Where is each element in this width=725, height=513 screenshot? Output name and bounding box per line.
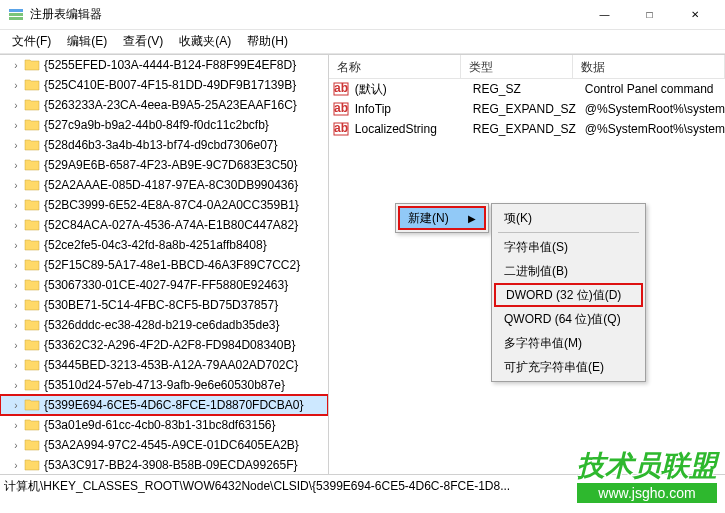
expand-icon[interactable]: › (10, 240, 22, 251)
titlebar: 注册表编辑器 — □ ✕ (0, 0, 725, 30)
context-item[interactable]: 二进制值(B) (494, 259, 643, 283)
context-item[interactable]: 多字符串值(M) (494, 331, 643, 355)
tree-item-label: {52ce2fe5-04c3-42fd-8a8b-4251affb8408} (42, 238, 267, 252)
folder-icon (24, 197, 40, 213)
tree-item[interactable]: ›{52F15C89-5A17-48e1-BBCD-46A3F89C7CC2} (0, 255, 328, 275)
tree-item[interactable]: ›{53067330-01CE-4027-947F-FF5880E92463} (0, 275, 328, 295)
tree-item[interactable]: ›{53A2A994-97C2-4545-A9CE-01DC6405EA2B} (0, 435, 328, 455)
cell-name: LocalizedString (353, 122, 473, 136)
cell-data: @%SystemRoot%\system (585, 102, 725, 116)
statusbar: 计算机\HKEY_CLASSES_ROOT\WOW6432Node\CLSID\… (0, 474, 725, 498)
expand-icon[interactable]: › (10, 220, 22, 231)
maximize-button[interactable]: □ (627, 0, 672, 30)
expand-icon[interactable]: › (10, 260, 22, 271)
tree-pane[interactable]: ›{5255EFED-103A-4444-B124-F88F99E4EF8D}›… (0, 55, 329, 474)
menu-favorites[interactable]: 收藏夹(A) (171, 31, 239, 52)
string-value-icon: ab (333, 101, 349, 117)
expand-icon[interactable]: › (10, 340, 22, 351)
list-row[interactable]: ab(默认)REG_SZControl Panel command (329, 79, 725, 99)
context-item[interactable]: DWORD (32 位)值(D) (494, 283, 643, 307)
context-item[interactable]: 可扩充字符串值(E) (494, 355, 643, 379)
list-rows: ab(默认)REG_SZControl Panel commandabInfoT… (329, 79, 725, 139)
cell-type: REG_SZ (473, 82, 585, 96)
folder-icon (24, 277, 40, 293)
tree-item[interactable]: ›{528d46b3-3a4b-4b13-bf74-d9cbd7306e07} (0, 135, 328, 155)
cell-name: (默认) (353, 81, 473, 98)
expand-icon[interactable]: › (10, 300, 22, 311)
tree-item-label: {529A9E6B-6587-4F23-AB9E-9C7D683E3C50} (42, 158, 298, 172)
tree-item[interactable]: ›{529A9E6B-6587-4F23-AB9E-9C7D683E3C50} (0, 155, 328, 175)
string-value-icon: ab (333, 121, 349, 137)
cell-data: Control Panel command (585, 82, 725, 96)
tree-item-label: {52C84ACA-027A-4536-A74A-E1B80C447A82} (42, 218, 298, 232)
svg-rect-0 (9, 9, 23, 12)
expand-icon[interactable]: › (10, 60, 22, 71)
col-data[interactable]: 数据 (573, 55, 725, 78)
list-row[interactable]: abLocalizedStringREG_EXPAND_SZ@%SystemRo… (329, 119, 725, 139)
cell-type: REG_EXPAND_SZ (473, 122, 585, 136)
expand-icon[interactable]: › (10, 80, 22, 91)
close-button[interactable]: ✕ (672, 0, 717, 30)
menubar: 文件(F) 编辑(E) 查看(V) 收藏夹(A) 帮助(H) (0, 30, 725, 54)
tree-item-label: {53A3C917-BB24-3908-B58B-09ECDA99265F} (42, 458, 298, 472)
tree-item[interactable]: ›{53362C32-A296-4F2D-A2F8-FD984D08340B} (0, 335, 328, 355)
tree-item[interactable]: ›{52C84ACA-027A-4536-A74A-E1B80C447A82} (0, 215, 328, 235)
tree-item-label: {5263233A-23CA-4eea-B9A5-25A23EAAF16C} (42, 98, 297, 112)
statusbar-path: 计算机\HKEY_CLASSES_ROOT\WOW6432Node\CLSID\… (4, 478, 510, 495)
tree-item[interactable]: ›{530BE71-5C14-4FBC-8CF5-BD75D37857} (0, 295, 328, 315)
expand-icon[interactable]: › (10, 400, 22, 411)
folder-icon (24, 297, 40, 313)
expand-icon[interactable]: › (10, 360, 22, 371)
submenu-arrow-icon: ▶ (468, 213, 476, 224)
expand-icon[interactable]: › (10, 100, 22, 111)
expand-icon[interactable]: › (10, 180, 22, 191)
folder-icon (24, 117, 40, 133)
folder-icon (24, 357, 40, 373)
context-item[interactable]: QWORD (64 位)值(Q) (494, 307, 643, 331)
folder-icon (24, 417, 40, 433)
minimize-button[interactable]: — (582, 0, 627, 30)
expand-icon[interactable]: › (10, 140, 22, 151)
col-type[interactable]: 类型 (461, 55, 573, 78)
tree-item[interactable]: ›{52ce2fe5-04c3-42fd-8a8b-4251affb8408} (0, 235, 328, 255)
tree-item[interactable]: ›{53a01e9d-61cc-4cb0-83b1-31bc8df63156} (0, 415, 328, 435)
menu-view[interactable]: 查看(V) (115, 31, 171, 52)
context-item[interactable]: 字符串值(S) (494, 235, 643, 259)
folder-icon (24, 317, 40, 333)
tree-item[interactable]: ›{5399E694-6CE5-4D6C-8FCE-1D8870FDCBA0} (0, 395, 328, 415)
expand-icon[interactable]: › (10, 120, 22, 131)
menu-edit[interactable]: 编辑(E) (59, 31, 115, 52)
context-menu-level2: 项(K)字符串值(S)二进制值(B)DWORD (32 位)值(D)QWORD … (491, 203, 646, 382)
expand-icon[interactable]: › (10, 460, 22, 471)
tree-item[interactable]: ›{53510d24-57eb-4713-9afb-9e6e60530b87e} (0, 375, 328, 395)
col-name[interactable]: 名称 (329, 55, 461, 78)
svg-text:ab: ab (334, 81, 348, 95)
tree-item[interactable]: ›{52BC3999-6E52-4E8A-87C4-0A2A0CC359B1} (0, 195, 328, 215)
svg-text:ab: ab (334, 121, 348, 135)
menu-help[interactable]: 帮助(H) (239, 31, 296, 52)
folder-icon (24, 437, 40, 453)
expand-icon[interactable]: › (10, 420, 22, 431)
expand-icon[interactable]: › (10, 200, 22, 211)
cell-name: InfoTip (353, 102, 473, 116)
expand-icon[interactable]: › (10, 320, 22, 331)
expand-icon[interactable]: › (10, 280, 22, 291)
tree-item[interactable]: ›{525C410E-B007-4F15-81DD-49DF9B17139B} (0, 75, 328, 95)
tree-item-label: {5255EFED-103A-4444-B124-F88F99E4EF8D} (42, 58, 296, 72)
menu-file[interactable]: 文件(F) (4, 31, 59, 52)
tree-item[interactable]: ›{5263233A-23CA-4eea-B9A5-25A23EAAF16C} (0, 95, 328, 115)
expand-icon[interactable]: › (10, 440, 22, 451)
tree-item[interactable]: ›{53A3C917-BB24-3908-B58B-09ECDA99265F} (0, 455, 328, 474)
tree-item-label: {528d46b3-3a4b-4b13-bf74-d9cbd7306e07} (42, 138, 278, 152)
context-item[interactable]: 项(K) (494, 206, 643, 230)
tree-item[interactable]: ›{5326dddc-ec38-428d-b219-ce6dadb35de3} (0, 315, 328, 335)
tree-item[interactable]: ›{5255EFED-103A-4444-B124-F88F99E4EF8D} (0, 55, 328, 75)
list-header: 名称 类型 数据 (329, 55, 725, 79)
tree-item[interactable]: ›{53445BED-3213-453B-A12A-79AA02AD702C} (0, 355, 328, 375)
tree-item[interactable]: ›{527c9a9b-b9a2-44b0-84f9-f0dc11c2bcfb} (0, 115, 328, 135)
expand-icon[interactable]: › (10, 380, 22, 391)
expand-icon[interactable]: › (10, 160, 22, 171)
tree-item[interactable]: ›{52A2AAAE-085D-4187-97EA-8C30DB990436} (0, 175, 328, 195)
context-new[interactable]: 新建(N) ▶ (398, 206, 486, 230)
list-row[interactable]: abInfoTipREG_EXPAND_SZ@%SystemRoot%\syst… (329, 99, 725, 119)
